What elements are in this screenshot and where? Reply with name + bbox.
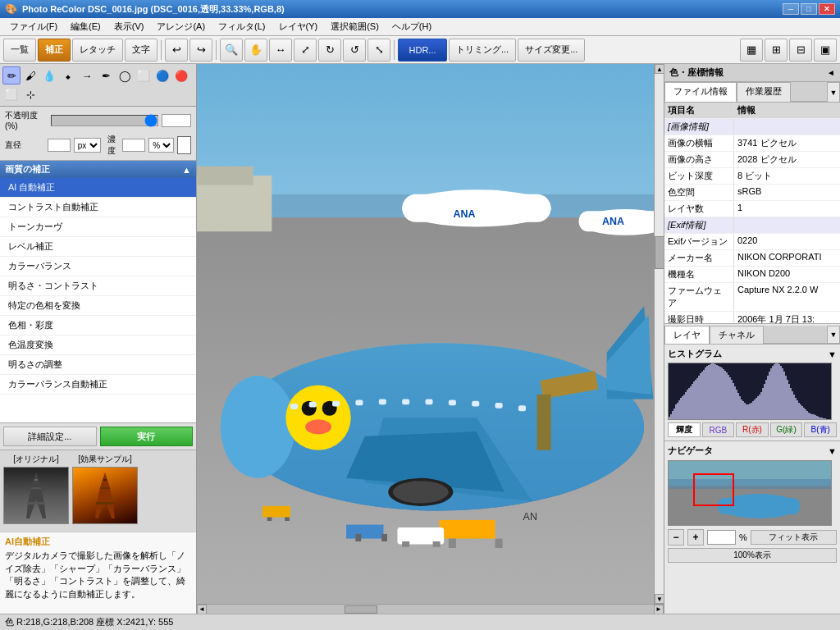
- svg-rect-76: [698, 376, 700, 420]
- zoom-out-button[interactable]: −: [668, 529, 684, 546]
- tool-eyedrop[interactable]: 🔵: [153, 66, 171, 84]
- fit-view-button[interactable]: フィット表示: [751, 530, 837, 545]
- display-btn-3[interactable]: ⊟: [789, 39, 812, 62]
- histogram-dropdown-arrow[interactable]: ▼: [828, 349, 837, 359]
- opacity-slider[interactable]: [51, 115, 158, 126]
- quality-item-color-temp[interactable]: 色温度変換: [0, 336, 196, 355]
- quality-item-ai[interactable]: AI 自動補正: [0, 178, 196, 198]
- canvas-vscroll[interactable]: ▲ ▼: [654, 64, 664, 604]
- transform-button[interactable]: ⤡: [368, 39, 390, 62]
- tool-fill[interactable]: 🔴: [172, 66, 190, 84]
- tool-pencil[interactable]: ✏: [2, 66, 21, 84]
- concentration-dropdown[interactable]: %: [148, 138, 174, 153]
- tool-watercolor[interactable]: 💧: [40, 66, 58, 84]
- menu-file[interactable]: ファイル(F): [3, 19, 64, 34]
- navigator-viewport[interactable]: [693, 473, 734, 506]
- color-swatch[interactable]: [177, 136, 191, 154]
- tool-brush[interactable]: 🖌: [21, 66, 39, 84]
- hdr-button[interactable]: HDR...: [398, 39, 447, 62]
- tool-shape[interactable]: ⬥: [59, 66, 77, 84]
- layer-dropdown-btn[interactable]: ▼: [827, 326, 840, 344]
- hscroll-left[interactable]: ◄: [197, 605, 207, 614]
- navigator-arrow[interactable]: ▼: [828, 446, 837, 456]
- tab-dropdown-btn[interactable]: ▼: [827, 82, 840, 102]
- undo-button[interactable]: ↩: [165, 39, 188, 62]
- svg-rect-154: [826, 419, 828, 420]
- tool-arrow[interactable]: →: [78, 66, 96, 84]
- quality-item-brightness[interactable]: 明るさ・コントラスト: [0, 276, 196, 296]
- tool-circle[interactable]: ◯: [116, 66, 134, 84]
- tab-list[interactable]: 一覧: [3, 39, 36, 62]
- quality-list[interactable]: AI 自動補正 コントラスト自動補正 トーンカーヴ レベル補正 カラーバランス …: [0, 178, 196, 422]
- hist-tab-red[interactable]: R(赤): [736, 422, 769, 437]
- tab-work-history[interactable]: 作業履歴: [737, 82, 791, 102]
- hscroll-right[interactable]: ►: [654, 605, 664, 614]
- info-colorspace-key: 色空間: [664, 185, 734, 200]
- hscroll-thumb[interactable]: [345, 605, 377, 614]
- quality-item-brightness-adj[interactable]: 明るさの調整: [0, 355, 196, 375]
- menu-filter[interactable]: フィルタ(L): [212, 19, 272, 34]
- diameter-dropdown[interactable]: px: [74, 138, 101, 153]
- diameter-input[interactable]: 02: [48, 139, 71, 152]
- concentration-input[interactable]: 100: [122, 139, 145, 152]
- resize-button[interactable]: サイズ変更...: [518, 39, 585, 62]
- hist-tab-blue[interactable]: B(青): [804, 422, 837, 437]
- vscroll-up[interactable]: ▲: [655, 64, 664, 74]
- zoom-in-button[interactable]: +: [687, 529, 704, 546]
- quality-item-tone[interactable]: トーンカーヴ: [0, 217, 196, 237]
- hist-tab-rgb[interactable]: RGB: [702, 422, 735, 437]
- color-info-arrow[interactable]: ◄: [827, 68, 835, 77]
- quality-item-hue-saturation[interactable]: 色相・彩度: [0, 316, 196, 336]
- trim-button[interactable]: トリミング...: [449, 39, 516, 62]
- quality-item-color-balance-auto[interactable]: カラーバランス自動補正: [0, 375, 196, 395]
- hist-tab-brightness[interactable]: 輝度: [668, 422, 701, 437]
- menu-edit[interactable]: 編集(E): [64, 19, 107, 34]
- minimize-button[interactable]: ─: [783, 3, 799, 15]
- display-btn-4[interactable]: ▣: [814, 39, 837, 62]
- svg-rect-67: [683, 395, 685, 420]
- display-btn-1[interactable]: ▦: [740, 39, 763, 62]
- tab-retouch[interactable]: レタッチ: [72, 39, 123, 62]
- tab-layer[interactable]: レイヤ: [664, 326, 710, 344]
- tool-pen[interactable]: ✒: [97, 66, 115, 84]
- quality-item-color-balance[interactable]: カラーバランス: [0, 257, 196, 276]
- quality-item-level[interactable]: レベル補正: [0, 237, 196, 257]
- navigator-preview[interactable]: [668, 460, 832, 526]
- hist-tab-green[interactable]: G(緑): [770, 422, 803, 437]
- execute-button[interactable]: 実行: [100, 427, 194, 446]
- rotate-cw-button[interactable]: ↻: [318, 39, 341, 62]
- close-button[interactable]: ✕: [819, 3, 835, 15]
- tab-text[interactable]: 文字: [125, 39, 158, 62]
- tab-correction[interactable]: 補正: [38, 39, 71, 62]
- tool-stamp[interactable]: ⬜: [135, 66, 153, 84]
- zoom-100-button[interactable]: 100%表示: [668, 548, 837, 563]
- menu-view[interactable]: 表示(V): [107, 19, 151, 34]
- quality-item-hue-convert[interactable]: 特定の色相を変換: [0, 296, 196, 316]
- flipv-button[interactable]: ⤢: [294, 39, 317, 62]
- rotate-ccw-button[interactable]: ↺: [343, 39, 366, 62]
- detail-settings-button[interactable]: 詳細設定...: [3, 427, 97, 446]
- tool-crop[interactable]: ⊹: [21, 85, 39, 103]
- menu-select[interactable]: 選択範囲(S): [324, 19, 386, 34]
- zoom-value-input[interactable]: 33: [707, 530, 736, 545]
- menu-help[interactable]: ヘルプ(H): [386, 19, 438, 34]
- menu-layer[interactable]: レイヤ(Y): [272, 19, 325, 34]
- tab-file-info[interactable]: ファイル情報: [664, 82, 737, 102]
- fliph-button[interactable]: ↔: [269, 39, 292, 62]
- hand-button[interactable]: ✋: [244, 39, 267, 62]
- quality-item-contrast-auto[interactable]: コントラスト自動補正: [0, 198, 196, 217]
- menu-arrange[interactable]: アレンジ(A): [150, 19, 212, 34]
- maximize-button[interactable]: □: [801, 3, 817, 15]
- display-btn-2[interactable]: ⊞: [765, 39, 788, 62]
- zoom-button[interactable]: 🔍: [220, 39, 243, 62]
- tab-channel[interactable]: チャネル: [710, 326, 764, 344]
- canvas-hscroll[interactable]: ◄ ►: [197, 604, 664, 614]
- tool-eraser[interactable]: ⬜: [2, 85, 21, 103]
- vscroll-down[interactable]: ▼: [655, 594, 664, 604]
- svg-rect-147: [815, 415, 816, 420]
- vscroll-thumb[interactable]: [655, 236, 664, 269]
- redo-button[interactable]: ↪: [189, 39, 212, 62]
- canvas-area[interactable]: ANA ANA: [197, 64, 654, 604]
- opacity-input[interactable]: 100: [162, 114, 191, 127]
- svg-rect-135: [795, 398, 797, 420]
